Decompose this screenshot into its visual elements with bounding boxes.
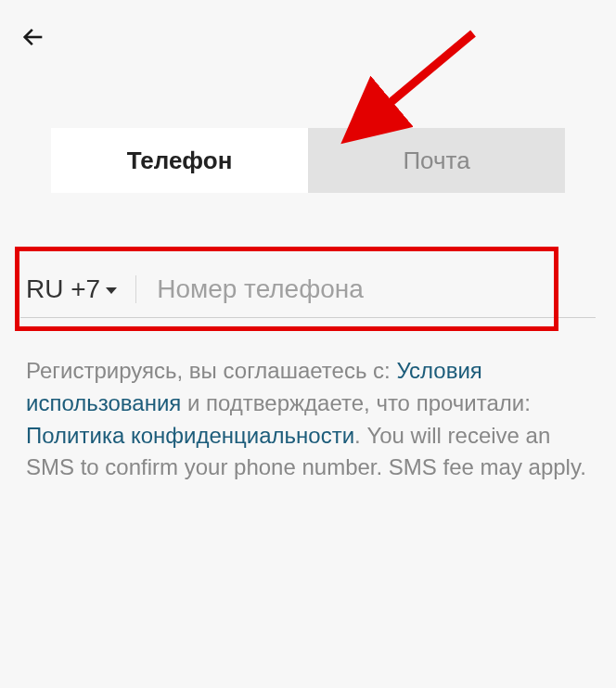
chevron-down-icon xyxy=(106,287,117,294)
privacy-link[interactable]: Политика конфиденциальности xyxy=(26,423,354,448)
tab-email-label: Почта xyxy=(403,147,469,175)
phone-number-input[interactable] xyxy=(157,274,590,304)
terms-mid1: и подтверждаете, что прочитали: xyxy=(181,390,531,415)
tab-email[interactable]: Почта xyxy=(308,128,565,193)
tab-phone[interactable]: Телефон xyxy=(51,128,308,193)
auth-tabs: Телефон Почта xyxy=(51,128,565,193)
arrow-left-icon xyxy=(20,24,46,50)
back-button[interactable] xyxy=(19,22,48,52)
phone-field-row: RU +7 xyxy=(20,267,596,318)
terms-text: Регистрируясь, вы соглашаетесь с: Услови… xyxy=(26,355,590,484)
tab-phone-label: Телефон xyxy=(127,147,233,175)
country-code-select[interactable]: RU +7 xyxy=(26,274,117,304)
field-divider xyxy=(135,275,136,303)
terms-pre1: Регистрируясь, вы соглашаетесь с: xyxy=(26,358,396,383)
country-code-label: RU +7 xyxy=(26,274,100,304)
